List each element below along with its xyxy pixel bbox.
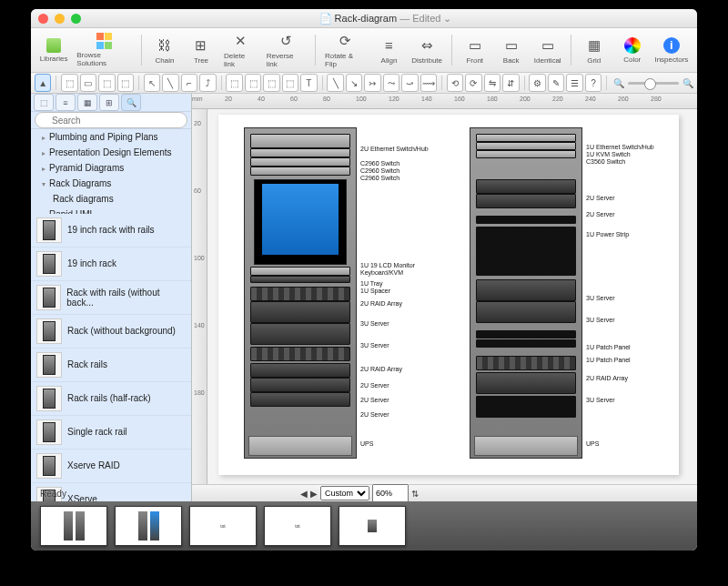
reverse-link-button[interactable]: ↺Reverse link: [263, 30, 309, 70]
drawing-canvas[interactable]: 2U Ethernet Switch/HubC2960 SwitchC2960 …: [207, 109, 697, 484]
toolopt-4-0[interactable]: ⟲: [447, 74, 463, 92]
toolopt-3-3[interactable]: ⤳: [383, 74, 399, 92]
shape-item[interactable]: Single rack rail: [31, 416, 191, 450]
toolopt-0-0[interactable]: ⬚: [61, 74, 77, 92]
zoom-out-icon[interactable]: 🔍: [613, 78, 624, 88]
sidebar: ⬚ ≡ ▦ ⊞ 🔍 Plumbing and Piping PlansPrese…: [31, 94, 192, 501]
tree-item[interactable]: Rapid UML: [31, 207, 191, 214]
toolopt-4-2[interactable]: ⇋: [484, 74, 500, 92]
thumb-page-3[interactable]: txt: [189, 506, 257, 546]
back-button[interactable]: ▭Back: [494, 35, 529, 66]
thumb-page-4[interactable]: txt: [264, 506, 331, 546]
shape-item[interactable]: Rack rails (half-rack): [31, 382, 191, 416]
toolopt-3-4[interactable]: ⤻: [401, 74, 418, 92]
side-search-btn[interactable]: 🔍: [121, 94, 141, 111]
close-button[interactable]: [38, 14, 48, 24]
tree-item[interactable]: Pyramid Diagrams: [31, 160, 191, 176]
toolopt-2-0[interactable]: ⬚: [226, 74, 242, 92]
tree-item[interactable]: Rack diagrams: [31, 191, 191, 207]
shape-item[interactable]: Rack rails: [31, 349, 191, 382]
distribute-button[interactable]: ⇔Distribute: [409, 35, 446, 66]
minimize-button[interactable]: [55, 14, 65, 24]
toolopt-5-3[interactable]: ?: [585, 74, 602, 92]
rack-label: 3U Server: [360, 342, 389, 349]
delete-link-button[interactable]: ✕Delete link: [220, 30, 261, 70]
zoom-button[interactable]: [71, 14, 81, 24]
align-button[interactable]: ≡Align: [372, 35, 407, 66]
chain-button[interactable]: ⛓Chain: [147, 35, 182, 66]
tree-button[interactable]: ⊞Tree: [184, 35, 218, 66]
toolopt-2-1[interactable]: ⬚: [245, 74, 261, 92]
shape-item[interactable]: Rack (without background): [31, 315, 191, 349]
rack-label: UPS: [586, 440, 599, 447]
toolopt-1-0[interactable]: ↖: [144, 74, 160, 92]
shape-item[interactable]: Rack with rails (without back...: [31, 281, 191, 315]
front-button[interactable]: ▭Front: [458, 35, 492, 66]
libraries-button[interactable]: Libraries: [36, 36, 71, 65]
page-next[interactable]: ▶: [310, 489, 318, 499]
toolopt-0-3[interactable]: ⬚: [117, 74, 134, 92]
pointer-tool[interactable]: ▲: [35, 74, 51, 92]
browse-solutions-button[interactable]: Browse Solutions: [73, 31, 136, 69]
toolopt-5-0[interactable]: ⚙: [529, 74, 545, 92]
tool-options-bar: ▲ ⬚▭⬚⬚↖╲⌐⤴⬚⬚⬚⬚T╲↘↣⤳⤻⟿⟲⟳⇋⇵⚙✎☰? 🔍 🔍: [31, 73, 697, 94]
shape-item[interactable]: Xserve RAID: [31, 450, 191, 483]
rack-label: 2U RAID Array: [360, 366, 402, 372]
side-view-1[interactable]: ⬚: [34, 94, 54, 111]
toolopt-3-5[interactable]: ⟿: [420, 74, 437, 92]
toolopt-3-1[interactable]: ↘: [346, 74, 362, 92]
rack-label: 2U Server: [360, 382, 389, 389]
toolopt-4-1[interactable]: ⟳: [465, 74, 481, 92]
thumb-page-5[interactable]: [339, 506, 406, 546]
toolopt-5-1[interactable]: ✎: [548, 74, 564, 92]
thumb-page-2[interactable]: [115, 506, 182, 546]
rotate-flip-button[interactable]: ⟳Rotate & Flip: [321, 30, 370, 70]
rack-label: C2960 Switch: [360, 167, 399, 174]
rack-1[interactable]: [244, 127, 357, 459]
toolopt-4-3[interactable]: ⇵: [502, 74, 519, 92]
zoom-slider[interactable]: 🔍 🔍: [613, 78, 693, 88]
thumb-page-1[interactable]: [40, 506, 107, 546]
rack-label: 2U RAID Array: [360, 300, 402, 307]
zoom-value-input[interactable]: [372, 484, 409, 502]
identical-button[interactable]: ▭Identical: [531, 35, 565, 66]
main-toolbar: LibrariesBrowse Solutions⛓Chain⊞Tree✕Del…: [31, 28, 697, 73]
status-bar: Ready ◀ ▶ Custom ⇅: [192, 484, 697, 501]
zoom-in-icon[interactable]: 🔍: [682, 78, 693, 88]
color-button[interactable]: Color: [615, 35, 650, 66]
toolopt-0-2[interactable]: ⬚: [98, 74, 115, 92]
zoom-stepper[interactable]: ⇅: [411, 489, 419, 499]
toolopt-0-1[interactable]: ▭: [80, 74, 96, 92]
toolopt-1-1[interactable]: ╲: [162, 74, 178, 92]
side-view-4[interactable]: ⊞: [99, 94, 119, 111]
toolopt-3-2[interactable]: ↣: [364, 74, 380, 92]
side-view-2[interactable]: ≡: [56, 94, 76, 111]
rack-label: 2U Ethernet Switch/Hub: [360, 146, 429, 152]
app-window: 📄 Rack-diagram — Edited ⌄ LibrariesBrows…: [31, 9, 697, 551]
toolopt-2-3[interactable]: ⬚: [282, 74, 298, 92]
page-prev[interactable]: ◀: [300, 489, 308, 499]
toolopt-5-2[interactable]: ☰: [566, 74, 582, 92]
rack-label: C2960 Switch: [360, 175, 399, 181]
search-input[interactable]: [35, 112, 187, 128]
toolopt-1-2[interactable]: ⌐: [181, 74, 197, 92]
rack-label: 2U RAID Array: [586, 375, 628, 381]
status-ready: Ready: [40, 489, 66, 499]
rack-label: 1U 19 LCD Monitor: [360, 262, 415, 268]
tree-item[interactable]: Rack Diagrams: [31, 176, 191, 191]
zoom-mode-select[interactable]: Custom: [320, 486, 369, 500]
toolopt-2-2[interactable]: ⬚: [263, 74, 279, 92]
shape-item[interactable]: 19 inch rack with rails: [31, 214, 191, 248]
side-view-3[interactable]: ▦: [77, 94, 97, 111]
toolopt-1-3[interactable]: ⤴: [199, 74, 216, 92]
rack-label: 1U Power Strip: [586, 231, 629, 237]
toolopt-2-4[interactable]: T: [300, 74, 317, 92]
grid-button[interactable]: ▦Grid: [577, 35, 612, 66]
tree-item[interactable]: Presentation Design Elements: [31, 145, 191, 160]
rack-2[interactable]: [470, 127, 582, 459]
inspectors-button[interactable]: iInspectors: [652, 35, 692, 66]
rack-label: UPS: [360, 440, 373, 447]
tree-item[interactable]: Plumbing and Piping Plans: [31, 129, 191, 145]
shape-item[interactable]: 19 inch rack: [31, 248, 191, 281]
toolopt-3-0[interactable]: ╲: [327, 74, 343, 92]
